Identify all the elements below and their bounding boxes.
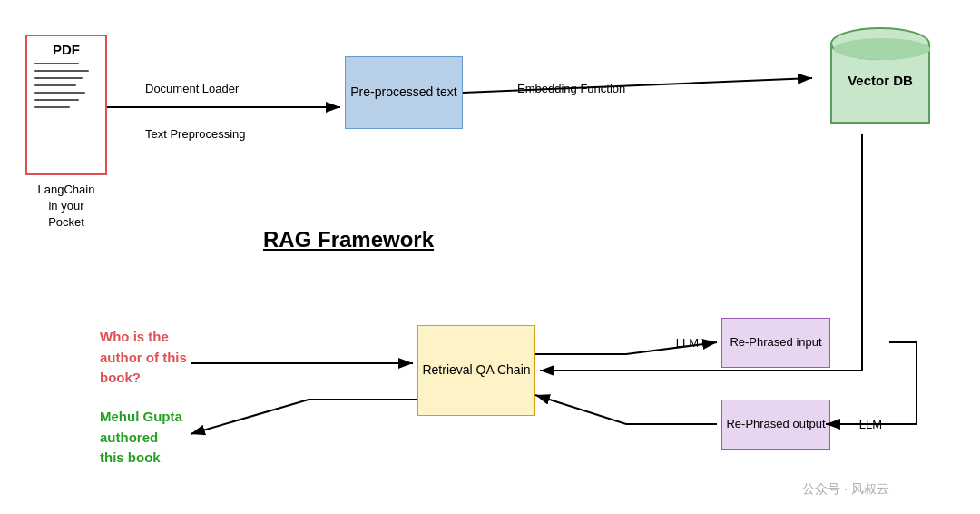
rephrased-output-box: Re-Phrased output (721, 400, 830, 450)
pdf-line (34, 70, 89, 72)
question-text: Who is theauthor of thisbook? (100, 327, 187, 389)
pdf-line (34, 99, 79, 101)
pdf-line (34, 92, 85, 94)
doc-loader-label: Document Loader (145, 80, 239, 98)
answer-text: Mehul Guptaauthoredthis book (100, 407, 182, 469)
cylinder-top (830, 27, 930, 60)
rephrased-input-box: Re-Phrased input (721, 318, 830, 368)
pdf-line (34, 106, 70, 108)
pdf-label: LangChainin yourPocket (16, 182, 116, 232)
text-preproc-label: Text Preprocessing (145, 125, 246, 143)
retrieval-qa-chain-box: Retrieval QA Chain (417, 325, 535, 416)
vector-db: Vector DB (830, 27, 930, 136)
rag-framework-title: RAG Framework (263, 227, 434, 252)
pdf-line (34, 84, 76, 86)
pdf-lines (31, 61, 102, 110)
pdf-line (34, 77, 83, 79)
pdf-document: PDF (25, 35, 107, 175)
watermark: 公众号 · 风叔云 (802, 481, 889, 498)
svg-line-3 (463, 78, 812, 93)
llm-label-top: LLM (676, 336, 699, 350)
cylinder-top-inner (834, 38, 930, 60)
vector-db-label: Vector DB (830, 73, 930, 88)
preproc-box: Pre-processed text (345, 56, 463, 129)
pdf-line (34, 63, 79, 64)
llm-label-bottom: LLM (859, 418, 882, 431)
embedding-label: Embedding Function (517, 80, 625, 98)
pdf-title: PDF (53, 42, 80, 57)
diagram-container: PDF LangChainin yourPocket Document Load… (0, 0, 980, 514)
